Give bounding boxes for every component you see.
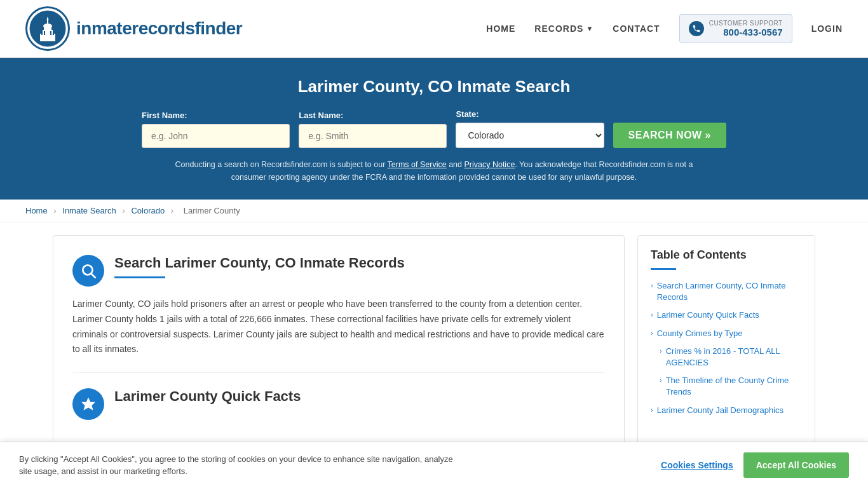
breadcrumb-home[interactable]: Home: [25, 206, 48, 215]
cookie-banner: By clicking "Accept All Cookies", you ag…: [0, 442, 868, 461]
accept-all-cookies-button[interactable]: Accept All Cookies: [743, 452, 849, 461]
svg-rect-7: [41, 31, 43, 35]
svg-rect-10: [53, 31, 54, 35]
quick-facts-title: Larimer County Quick Facts: [114, 388, 301, 405]
toc-item-1: › Search Larimer County, CO Inmate Recor…: [651, 280, 802, 303]
disclaimer-text: Conducting a search on Recordsfinder.com…: [173, 158, 695, 184]
breadcrumb-sep-1: ›: [53, 206, 56, 215]
search-section-icon: [72, 255, 104, 287]
svg-rect-9: [50, 31, 51, 35]
breadcrumb-sep-2: ›: [122, 206, 125, 215]
logo-icon: [25, 6, 70, 51]
toc-link-4[interactable]: Crimes % in 2016 - TOTAL ALL AGENCIES: [666, 346, 802, 369]
toc-item-4: › Crimes % in 2016 - TOTAL ALL AGENCIES: [651, 346, 802, 369]
breadcrumb: Home › Inmate Search › Colorado › Larime…: [0, 200, 868, 222]
first-name-label: First Name:: [142, 111, 187, 120]
main-nav: HOME RECORDS ▼ CONTACT CUSTOMER SUPPORT …: [486, 14, 843, 43]
quick-facts-title-block: Larimer County Quick Facts: [114, 388, 301, 410]
breadcrumb-larimer-county: Larimer County: [184, 206, 240, 215]
svg-marker-13: [81, 397, 95, 410]
state-group: State: Colorado Alabama Alaska Arizona C…: [456, 109, 604, 148]
search-section-heading: Search Larimer County, CO Inmate Records: [72, 255, 605, 287]
content-right: Table of Contents › Search Larimer Count…: [637, 235, 815, 449]
toc-item-5: › The Timeline of the County Crime Trend…: [651, 375, 802, 398]
search-section-body: Larimer County, CO jails hold prisoners …: [72, 297, 605, 357]
search-section-title-block: Search Larimer County, CO Inmate Records: [114, 255, 405, 278]
cookie-actions: Cookies Settings Accept All Cookies: [661, 452, 849, 461]
search-section-title: Search Larimer County, CO Inmate Records: [114, 255, 405, 271]
quick-facts-heading: Larimer County Quick Facts: [72, 388, 605, 420]
privacy-link[interactable]: Privacy Notice: [464, 160, 515, 169]
nav-contact[interactable]: CONTACT: [613, 24, 660, 34]
state-label: State:: [456, 109, 478, 119]
content-left: Search Larimer County, CO Inmate Records…: [53, 235, 625, 449]
search-now-button[interactable]: SEARCH NOW »: [613, 123, 726, 148]
toc-link-1[interactable]: Search Larimer County, CO Inmate Records: [657, 280, 802, 303]
phone-icon: [689, 21, 704, 36]
cookies-settings-button[interactable]: Cookies Settings: [661, 460, 733, 461]
customer-support-box[interactable]: CUSTOMER SUPPORT 800-433-0567: [679, 14, 792, 43]
logo-area: inmaterecordsfinder: [25, 6, 242, 51]
toc-title: Table of Contents: [651, 248, 802, 262]
support-text: CUSTOMER SUPPORT 800-433-0567: [709, 20, 783, 37]
hero-title: Larimer County, CO Inmate Search: [25, 77, 843, 97]
breadcrumb-sep-3: ›: [171, 206, 173, 215]
nav-login[interactable]: LOGIN: [811, 24, 843, 34]
toc-link-2[interactable]: Larimer County Quick Facts: [657, 309, 759, 321]
header: inmaterecordsfinder HOME RECORDS ▼ CONTA…: [0, 0, 868, 58]
toc-chevron-2: ›: [651, 311, 653, 318]
last-name-group: Last Name:: [299, 111, 447, 148]
toc-underline: [651, 268, 676, 270]
last-name-input[interactable]: [299, 124, 447, 148]
svg-rect-8: [44, 31, 45, 35]
quick-facts-section: Larimer County Quick Facts: [72, 373, 605, 420]
cookie-text: By clicking "Accept All Cookies", you ag…: [19, 453, 464, 462]
toc-chevron-3: ›: [651, 329, 653, 337]
search-form: First Name: Last Name: State: Colorado A…: [142, 109, 726, 148]
title-underline: [114, 276, 165, 278]
main-content: Search Larimer County, CO Inmate Records…: [27, 235, 841, 449]
quick-facts-icon: [72, 388, 104, 420]
nav-home[interactable]: HOME: [486, 24, 515, 34]
chevron-down-icon: ▼: [586, 25, 593, 32]
toc-link-6[interactable]: Larimer County Jail Demographics: [657, 405, 783, 416]
first-name-group: First Name:: [142, 111, 290, 148]
toc-link-3[interactable]: County Crimes by Type: [657, 328, 743, 339]
toc-item-6: › Larimer County Jail Demographics: [651, 405, 802, 416]
hero-section: Larimer County, CO Inmate Search First N…: [0, 58, 868, 200]
svg-line-12: [92, 274, 95, 278]
first-name-input[interactable]: [142, 124, 290, 148]
terms-link[interactable]: Terms of Service: [388, 160, 447, 169]
toc-chevron-5: ›: [660, 376, 662, 384]
state-select[interactable]: Colorado Alabama Alaska Arizona Californ…: [456, 123, 604, 148]
search-section: Search Larimer County, CO Inmate Records…: [72, 255, 605, 373]
breadcrumb-colorado[interactable]: Colorado: [131, 206, 165, 215]
breadcrumb-inmate-search[interactable]: Inmate Search: [62, 206, 116, 215]
toc-chevron-1: ›: [651, 281, 653, 289]
logo-text: inmaterecordsfinder: [76, 18, 242, 39]
toc-chevron-6: ›: [651, 406, 653, 414]
nav-records[interactable]: RECORDS ▼: [534, 24, 593, 34]
toc-item-3: › County Crimes by Type: [651, 328, 802, 339]
toc-item-2: › Larimer County Quick Facts: [651, 309, 802, 321]
toc-chevron-4: ›: [660, 347, 662, 355]
last-name-label: Last Name:: [299, 111, 343, 120]
toc-link-5[interactable]: The Timeline of the County Crime Trends: [666, 375, 802, 398]
